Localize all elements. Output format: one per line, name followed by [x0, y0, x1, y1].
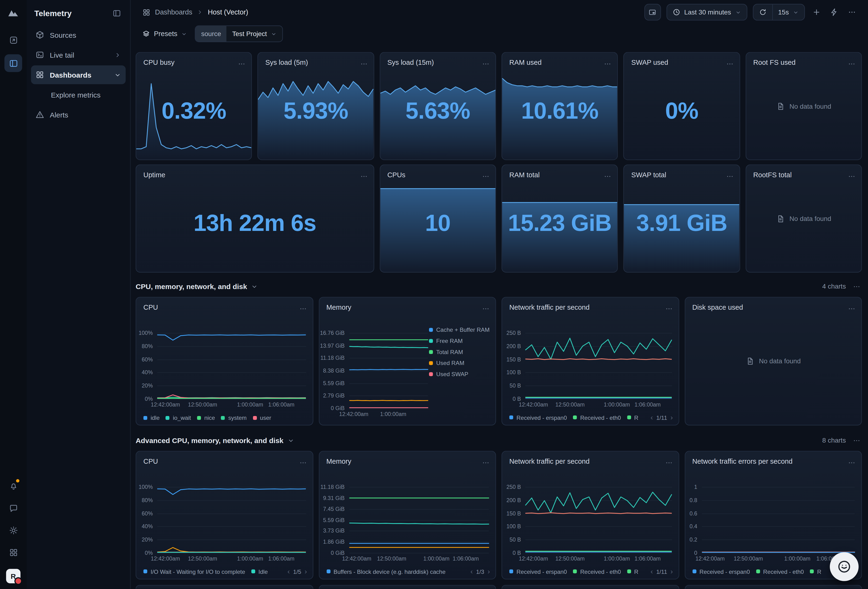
- card-menu-button[interactable]: [602, 59, 613, 69]
- legend-swatch: [756, 570, 760, 573]
- section-toggle[interactable]: CPU, memory, network, and disk: [136, 282, 258, 290]
- card-header: Uptime: [136, 165, 373, 182]
- y-tick-label: 11.18 GiB: [319, 484, 345, 490]
- presets-button[interactable]: Presets: [142, 30, 187, 38]
- pagination-prev[interactable]: ‹: [651, 568, 653, 575]
- notifications-button[interactable]: [4, 477, 22, 495]
- card-header: SWAP total: [624, 165, 739, 182]
- sidebar-item-explore-metrics[interactable]: Explore metrics: [31, 85, 126, 104]
- card-menu-button[interactable]: [602, 171, 613, 182]
- section-menu-button[interactable]: [852, 435, 862, 445]
- plus-icon: [812, 8, 821, 16]
- chart-card-cpu: CPU100%80%60%40%20%0%12:42:00am12:50:00a…: [136, 451, 313, 580]
- dashboard-content: 0.32%CPU busy5.93%Sys load (5m)5.63%Sys …: [136, 52, 862, 589]
- y-tick-label: 40%: [136, 370, 153, 376]
- sidebar-collapse-button[interactable]: [111, 8, 123, 19]
- legend-label: Received - eth0: [580, 414, 621, 421]
- card-menu-button[interactable]: [664, 457, 674, 468]
- card-header: RAM total: [502, 165, 617, 182]
- card-menu-button[interactable]: [298, 303, 308, 314]
- chart-plot: 100%80%60%40%20%0%12:42:00am12:50:00am1:…: [157, 333, 306, 399]
- time-range-picker[interactable]: Last 30 minutes: [666, 4, 747, 21]
- section-actions: 8 charts: [822, 435, 862, 445]
- pagination-next[interactable]: ›: [304, 568, 307, 575]
- card-menu-button[interactable]: [359, 59, 369, 69]
- y-tick-label: 0: [685, 550, 697, 556]
- x-tick-label: 12:42:00am: [339, 411, 368, 417]
- legend-pagination: ‹1/11›: [651, 568, 673, 575]
- kiosk-mode-button[interactable]: [644, 4, 661, 21]
- user-avatar[interactable]: R: [6, 569, 21, 583]
- help-chat-fab[interactable]: [830, 552, 859, 581]
- x-tick-label: 12:42:00am: [342, 555, 371, 562]
- y-tick-label: 60%: [136, 510, 153, 516]
- legend-item: R: [627, 414, 638, 421]
- source-filter-chip[interactable]: source Test Project: [195, 25, 283, 42]
- sidebar-item-sources[interactable]: Sources: [31, 25, 126, 44]
- card-menu-button[interactable]: [725, 171, 735, 182]
- legend-swatch: [326, 570, 330, 573]
- time-range-segment[interactable]: Last 30 minutes: [667, 4, 747, 20]
- card-menu-button[interactable]: [846, 171, 857, 182]
- legend-label: I/O Wait - Waiting for I/O to complete: [151, 568, 245, 575]
- chart-legend: Received - erspan0Received - eth0R‹1/11›: [509, 414, 673, 421]
- pagination-prev[interactable]: ‹: [288, 568, 290, 575]
- section-menu-button[interactable]: [852, 281, 862, 292]
- sidebar-item-live-tail[interactable]: Live tail: [31, 45, 126, 64]
- presets-label: Presets: [154, 30, 177, 38]
- rail-launch-button[interactable]: [4, 31, 22, 49]
- app-logo[interactable]: [7, 6, 20, 19]
- card-menu-button[interactable]: [298, 457, 308, 468]
- card-menu-button[interactable]: [480, 59, 491, 69]
- pagination-next[interactable]: ›: [488, 568, 490, 575]
- gridline: [349, 553, 489, 553]
- chat-icon: [9, 503, 18, 513]
- sidebar-header: Telemetry: [31, 4, 126, 22]
- pagination-prev[interactable]: ‹: [651, 414, 653, 421]
- legend-label: R: [634, 414, 638, 421]
- card-menu-button[interactable]: [480, 303, 491, 314]
- theme-button[interactable]: [4, 521, 22, 539]
- card-menu-button[interactable]: [359, 171, 369, 182]
- no-data-text: No data found: [790, 215, 831, 223]
- card-menu-button[interactable]: [664, 303, 674, 314]
- card-menu-button[interactable]: [846, 303, 857, 314]
- card-title: Memory: [326, 303, 351, 311]
- apps-button[interactable]: [4, 543, 22, 561]
- breadcrumb-root[interactable]: Dashboards: [155, 8, 192, 16]
- topbar-actions: Last 30 minutes 15s: [644, 4, 858, 21]
- refresh-now-button[interactable]: [753, 4, 772, 20]
- pagination-prev[interactable]: ‹: [470, 568, 473, 575]
- sidebar-item-alerts[interactable]: Alerts: [31, 105, 126, 124]
- y-tick-label: 0 B: [502, 396, 521, 402]
- card-menu-button[interactable]: [846, 59, 857, 69]
- add-panel-button[interactable]: [810, 6, 822, 18]
- card-menu-button[interactable]: [480, 171, 491, 182]
- pagination-next[interactable]: ›: [670, 568, 673, 575]
- support-chat-button[interactable]: [4, 499, 22, 517]
- y-tick-label: 13.97 GiB: [319, 342, 345, 349]
- x-tick-label: 1:00:00am: [784, 555, 810, 562]
- document-icon: [745, 357, 754, 366]
- y-tick-label: 0.2: [685, 537, 697, 543]
- chart-card-network-traffic-per-second: Network traffic per second250 B200 B150 …: [502, 297, 679, 426]
- clock-icon: [673, 8, 681, 16]
- stat-card-swap-total: 3.91 GiBSWAP total: [623, 164, 740, 272]
- card-menu-button[interactable]: [725, 59, 735, 69]
- sidebar-item-label: Explore metrics: [51, 91, 121, 99]
- section-chart-count: 8 charts: [822, 437, 846, 444]
- legend-swatch: [143, 416, 147, 420]
- dashboard-menu-button[interactable]: [846, 6, 858, 18]
- card-menu-button[interactable]: [480, 457, 491, 468]
- card-menu-button[interactable]: [236, 59, 247, 69]
- card-menu-button[interactable]: [846, 457, 857, 468]
- refresh-interval-select[interactable]: 15s: [773, 4, 805, 20]
- section-toggle[interactable]: Advanced CPU, memory, network, and disk: [136, 436, 295, 444]
- legend-label: Used SWAP: [436, 371, 468, 377]
- section-header: CPU, memory, network, and disk4 charts: [136, 279, 862, 293]
- quick-actions-button[interactable]: [828, 6, 840, 18]
- rail-workspace-button[interactable]: [4, 54, 22, 72]
- sidebar-item-dashboards[interactable]: Dashboards: [31, 65, 126, 84]
- pagination-next[interactable]: ›: [670, 414, 673, 421]
- stat-card-ram-used: 10.61%RAM used: [502, 52, 618, 160]
